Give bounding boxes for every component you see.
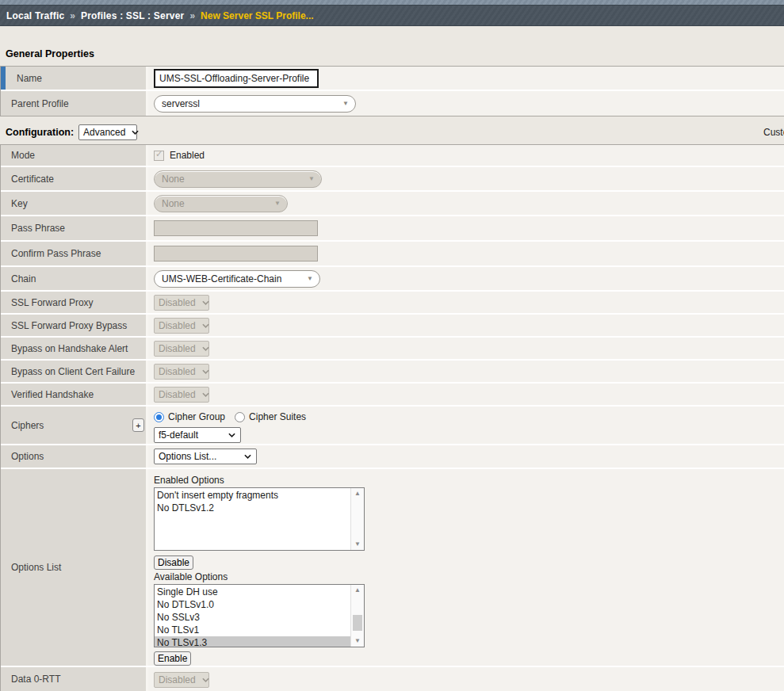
scrollbar[interactable]: ▲ ▼ — [350, 488, 364, 550]
ciphers-label: Ciphers — [11, 420, 44, 431]
name-label-cell: Name — [1, 67, 148, 90]
confirm-pass-phrase-label: Confirm Pass Phrase — [11, 248, 101, 259]
certificate-value: None — [162, 174, 185, 185]
chevron-down-icon — [202, 392, 209, 397]
table-row-ciphers: Ciphers + Cipher Group Cipher Suites f5-… — [1, 407, 784, 445]
mode-label: Mode — [11, 150, 35, 161]
ciphers-expand-button[interactable]: + — [132, 418, 144, 432]
scroll-down-icon[interactable]: ▼ — [351, 636, 364, 646]
name-input[interactable] — [154, 69, 319, 88]
ssl-forward-proxy-label: SSL Forward Proxy — [11, 297, 94, 308]
table-row-verified-handshake: Verified Handshake Disabled — [1, 384, 784, 407]
data-0rtt-label: Data 0-RTT — [11, 674, 60, 685]
list-item-selected[interactable]: No TLSv1.3 — [155, 636, 350, 647]
breadcrumb: Local Traffic » Profiles : SSL : Server … — [0, 6, 784, 25]
table-row-options: Options Options List... — [1, 445, 784, 469]
disable-button[interactable]: Disable — [154, 555, 193, 570]
chevron-down-icon: ▼ — [308, 175, 315, 182]
list-item[interactable]: No DTLSv1.2 — [155, 502, 350, 514]
list-item[interactable]: Single DH use — [155, 586, 350, 598]
top-navigation-bar: Local Traffic » Profiles : SSL : Server … — [0, 0, 784, 26]
data-0rtt-select: Disabled — [154, 672, 209, 688]
chevron-down-icon — [202, 678, 209, 682]
cipher-group-value: f5-default — [159, 429, 198, 441]
table-row-bypass-on-client-cert-failure: Bypass on Client Cert Failure Disabled — [1, 361, 784, 384]
configuration-label: Configuration: — [6, 127, 74, 138]
bypass-on-client-cert-failure-select: Disabled — [154, 364, 209, 380]
chain-label: Chain — [11, 273, 36, 284]
bypass-on-client-cert-failure-label: Bypass on Client Cert Failure — [11, 366, 135, 377]
key-value: None — [162, 198, 185, 209]
table-row: Name — [1, 67, 784, 91]
breadcrumb-separator-icon: » — [189, 10, 195, 21]
table-row: Parent Profile serverssl ▼ — [1, 91, 784, 116]
name-label: Name — [17, 73, 42, 84]
scroll-down-icon[interactable]: ▼ — [351, 540, 364, 549]
available-options-title: Available Options — [154, 571, 228, 583]
key-select: None ▼ — [154, 195, 288, 212]
chevron-down-icon — [202, 323, 209, 328]
cipher-group-radio[interactable] — [154, 412, 164, 422]
breadcrumb-current-page: New Server SSL Profile... — [201, 10, 314, 21]
configuration-level-select[interactable]: Advanced — [78, 124, 137, 140]
verified-handshake-label: Verified Handshake — [11, 389, 94, 400]
ssl-forward-proxy-bypass-select: Disabled — [154, 318, 209, 334]
cipher-suites-radio-label: Cipher Suites — [249, 411, 306, 422]
configuration-table: Mode ✓ Enabled Certificate None ▼ Key No… — [0, 144, 784, 691]
custom-column-header: Custom — [763, 127, 784, 138]
chevron-down-icon — [244, 454, 251, 459]
list-item[interactable]: No DTLSv1.0 — [155, 598, 350, 611]
parent-profile-value-cell: serverssl ▼ — [148, 91, 784, 116]
enable-button[interactable]: Enable — [154, 651, 191, 666]
certificate-label: Certificate — [11, 174, 54, 185]
verified-handshake-select: Disabled — [154, 387, 209, 403]
scrollbar-thumb[interactable] — [353, 615, 362, 631]
certificate-select: None ▼ — [154, 170, 322, 188]
parent-profile-value: serverssl — [162, 98, 200, 109]
cipher-suites-radio[interactable] — [235, 412, 245, 422]
required-indicator — [1, 67, 6, 90]
parent-profile-select[interactable]: serverssl ▼ — [154, 95, 356, 113]
list-item[interactable]: No TLSv1 — [155, 624, 350, 636]
scroll-up-icon[interactable]: ▲ — [351, 489, 364, 498]
options-value: Options List... — [159, 451, 216, 462]
table-row-ssl-forward-proxy: SSL Forward Proxy Disabled — [1, 292, 784, 315]
options-label: Options — [11, 451, 44, 462]
configuration-level-value: Advanced — [83, 127, 125, 138]
cipher-group-select[interactable]: f5-default — [154, 427, 241, 443]
chain-select[interactable]: UMS-WEB-Certificate-Chain ▼ — [154, 270, 320, 288]
chevron-down-icon: ▼ — [307, 275, 313, 282]
list-item[interactable]: No SSLv3 — [155, 611, 350, 624]
parent-profile-label-cell: Parent Profile — [1, 91, 148, 116]
enabled-options-title: Enabled Options — [154, 474, 224, 487]
table-row-bypass-on-handshake-alert: Bypass on Handshake Alert Disabled — [1, 338, 784, 361]
chevron-down-icon — [132, 130, 139, 135]
general-properties-table: Name Parent Profile serverssl ▼ — [0, 66, 784, 116]
chevron-down-icon — [202, 369, 209, 374]
options-select[interactable]: Options List... — [154, 449, 257, 464]
breadcrumb-local-traffic[interactable]: Local Traffic — [6, 10, 64, 21]
breadcrumb-profiles-ssl-server[interactable]: Profiles : SSL : Server — [81, 10, 184, 21]
table-row-data-0rtt: Data 0-RTT Disabled — [1, 667, 784, 691]
cipher-group-radio-label: Cipher Group — [168, 411, 225, 422]
enabled-options-listbox[interactable]: Don't insert empty fragments No DTLSv1.2… — [154, 487, 365, 551]
topbar-stripe — [0, 0, 784, 6]
chevron-down-icon — [228, 433, 235, 437]
table-row-ssl-forward-proxy-bypass: SSL Forward Proxy Bypass Disabled — [1, 315, 784, 338]
parent-profile-label: Parent Profile — [11, 98, 69, 109]
chevron-down-icon — [202, 346, 209, 351]
table-row-chain: Chain UMS-WEB-Certificate-Chain ▼ — [1, 267, 784, 292]
chevron-down-icon — [202, 300, 209, 305]
table-row-pass-phrase: Pass Phrase — [1, 216, 784, 242]
table-row-certificate: Certificate None ▼ — [1, 167, 784, 192]
ssl-forward-proxy-bypass-label: SSL Forward Proxy Bypass — [11, 320, 127, 331]
scrollbar[interactable]: ▲ ▼ — [350, 585, 364, 647]
ssl-forward-proxy-select: Disabled — [154, 295, 209, 311]
available-options-listbox[interactable]: Single DH use No DTLSv1.0 No SSLv3 No TL… — [154, 584, 365, 647]
key-label: Key — [11, 198, 28, 209]
list-item[interactable]: Don't insert empty fragments — [155, 489, 350, 502]
scroll-up-icon[interactable]: ▲ — [351, 586, 364, 595]
check-icon: ✓ — [155, 149, 163, 159]
chevron-down-icon: ▼ — [274, 200, 281, 207]
table-row-mode: Mode ✓ Enabled — [1, 145, 784, 167]
